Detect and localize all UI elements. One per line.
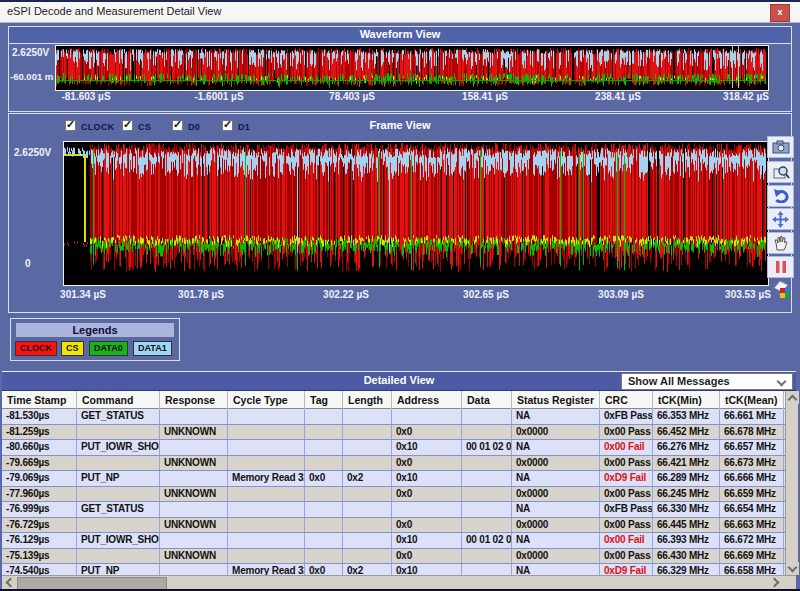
table-row[interactable]: -74.540µsPUT_NPMemory Read 320x00x20x10N… (2, 564, 785, 575)
frame-y-bottom-label: 0 (25, 258, 31, 269)
scroll-left-button[interactable] (2, 576, 15, 589)
table-row[interactable]: -81.530µsGET_STATUSNA0xFB Pass66.353 MHz… (2, 409, 785, 425)
column-header[interactable]: Address (392, 391, 462, 409)
table-row[interactable]: -77.960µsUNKNOWN0x00x00000x00 Pass66.245… (2, 487, 785, 503)
table-cell: UNKNOWN (160, 487, 228, 502)
table-cell: 0x00 Pass (600, 549, 653, 564)
table-cell: 66.658 MHz (720, 564, 784, 575)
table-cell: 66.669 MHz (720, 549, 784, 564)
column-header[interactable]: tCK(Mean) (720, 391, 784, 409)
table-row[interactable]: -76.999µsGET_STATUSNA0xFB Pass66.330 MHz… (2, 502, 785, 518)
table-header: Time StampCommandResponseCycle TypeTagLe… (2, 391, 785, 409)
column-header[interactable]: Response (160, 391, 228, 409)
column-header[interactable]: Command (77, 391, 160, 409)
table-cell: 0x00 Pass (600, 518, 653, 533)
frame-tick-3: 302.65 µS (441, 289, 531, 300)
column-header[interactable]: Data (462, 391, 512, 409)
close-button[interactable]: x (770, 4, 790, 22)
table-horizontal-scrollbar[interactable] (2, 575, 796, 589)
table-cell: 0xD9 Fail (600, 471, 653, 486)
column-header[interactable]: Tag (305, 391, 343, 409)
table-cell (305, 456, 343, 471)
column-header[interactable]: Length (343, 391, 392, 409)
checkbox-clock[interactable] (65, 120, 76, 131)
scroll-up-button[interactable] (786, 391, 799, 404)
frame-tick-4: 303.09 µS (576, 289, 666, 300)
checkbox-cs[interactable] (122, 120, 133, 131)
column-header[interactable]: CRC (600, 391, 653, 409)
palette-button[interactable] (769, 278, 795, 302)
table-row[interactable]: -80.660µsPUT_IOWR_SHORT0x1000 01 02 03NA… (2, 440, 785, 456)
column-header[interactable]: Cycle Type (228, 391, 305, 409)
table-cell: NA (512, 471, 600, 486)
table-cell (305, 487, 343, 502)
table-cell: 0x0000 (512, 549, 600, 564)
pan-hand-button[interactable] (767, 232, 794, 254)
table-cell: 0x2 (343, 471, 392, 486)
message-filter-value: Show All Messages (628, 375, 730, 387)
pause-button[interactable] (767, 256, 794, 278)
checkbox-cs-label: CS (138, 122, 151, 132)
table-cell: 0x00 Pass (600, 425, 653, 440)
checkbox-d0[interactable] (172, 120, 183, 131)
table-cell: 66.673 MHz (720, 456, 784, 471)
table-cell: -75.139µs (2, 549, 77, 564)
undo-icon (773, 189, 789, 203)
undo-button[interactable] (767, 185, 794, 207)
table-cell: 66.654 MHz (720, 502, 784, 517)
zoom-select-button[interactable] (767, 161, 794, 183)
pan-arrows-icon (772, 211, 789, 228)
scroll-down-button[interactable] (786, 562, 799, 575)
table-row[interactable]: -79.669µsUNKNOWN0x00x00000x00 Pass66.421… (2, 456, 785, 472)
waveform-plot[interactable] (55, 45, 769, 91)
chevron-down-icon (777, 377, 787, 387)
table-cell (305, 440, 343, 455)
table-cell (305, 533, 343, 548)
table-cell: PUT_IOWR_SHORT (77, 533, 160, 548)
table-cell: 66.678 MHz (720, 425, 784, 440)
checkbox-d1-label: D1 (238, 122, 250, 132)
table-vertical-scrollbar[interactable] (785, 391, 798, 575)
frame-tick-1: 301.78 µS (156, 289, 246, 300)
title-bar[interactable]: eSPI Decode and Measurement Detail View … (0, 2, 800, 23)
screenshot-button[interactable] (767, 136, 794, 158)
table-cell: 0x0000 (512, 487, 600, 502)
column-header[interactable]: Status Register (512, 391, 600, 409)
table-row[interactable]: -79.069µsPUT_NPMemory Read 320x00x20x10N… (2, 471, 785, 487)
table-cell: 0xFB Pass (600, 409, 653, 424)
chevron-up-icon (788, 394, 798, 404)
table-cell: 0x0 (305, 471, 343, 486)
table-cell: 0x00 Fail (600, 440, 653, 455)
waveform-tick-1: -1.6001 µS (174, 91, 264, 102)
table-cell (77, 518, 160, 533)
frame-tick-2: 302.22 µS (301, 289, 391, 300)
column-header[interactable]: Time Stamp (2, 391, 77, 409)
waveform-tick-0: -81.603 µS (41, 91, 131, 102)
window-title: eSPI Decode and Measurement Detail View (7, 5, 221, 17)
column-header[interactable]: tCK(Min) (653, 391, 720, 409)
waveform-view-panel: Waveform View 2.6250V -60.001 m -81.603 … (8, 26, 792, 112)
table-cell (305, 518, 343, 533)
table-row[interactable]: -81.259µsUNKNOWN0x00x00000x00 Pass66.452… (2, 425, 785, 441)
table-cell: 66.445 MHz (653, 518, 720, 533)
waveform-view-title: Waveform View (9, 27, 791, 44)
frame-plot[interactable] (63, 141, 769, 286)
chevron-left-icon (5, 578, 15, 588)
scroll-right-button[interactable] (769, 576, 782, 589)
table-cell (462, 471, 512, 486)
table-row[interactable]: -75.139µsUNKNOWN0x00x00000x00 Pass66.430… (2, 549, 785, 565)
checkbox-d1[interactable] (222, 120, 233, 131)
pause-icon (775, 260, 787, 274)
message-filter-dropdown[interactable]: Show All Messages (621, 373, 793, 390)
table-cell (462, 487, 512, 502)
table-cell (305, 409, 343, 424)
table-cell (462, 409, 512, 424)
table-cell: 0x0000 (512, 456, 600, 471)
table-cell: 00 01 02 03 (462, 440, 512, 455)
table-row[interactable]: -76.729µsUNKNOWN0x00x00000x00 Pass66.445… (2, 518, 785, 534)
chevron-down-icon (788, 562, 798, 572)
table-cell: 0x10 (392, 440, 462, 455)
waveform-y-bottom-label: -60.001 m (10, 71, 53, 82)
table-row[interactable]: -76.129µsPUT_IOWR_SHORT0x1000 01 02 03NA… (2, 533, 785, 549)
pan-arrows-button[interactable] (767, 208, 794, 230)
